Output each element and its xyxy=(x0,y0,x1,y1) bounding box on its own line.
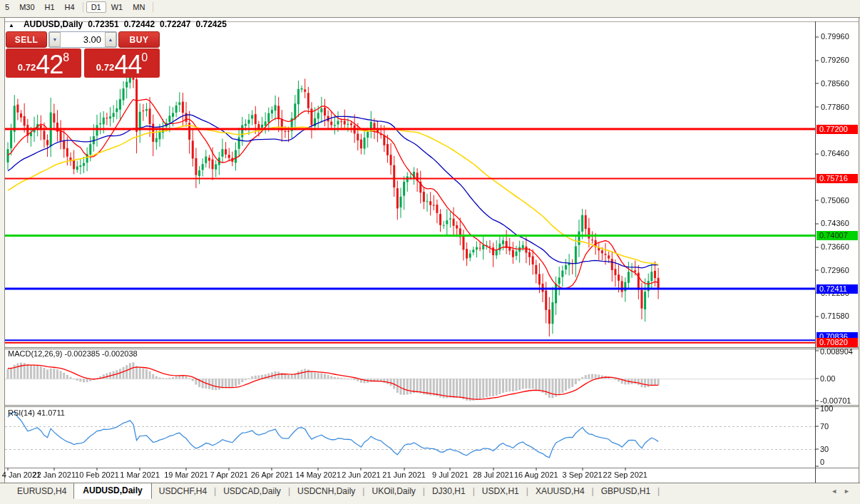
rsi-axis-tick-label: 100 xyxy=(820,404,833,413)
price-line-flag: 0.77200 xyxy=(817,125,858,134)
chart-symbol-label: AUDUSD,Daily xyxy=(24,19,83,29)
chart-tab-USDCAD[interactable]: USDCAD,Daily xyxy=(216,485,288,498)
date-axis-label: 22 Sep 2021 xyxy=(603,470,647,479)
price-axis-tick-label: 0.77860 xyxy=(821,103,849,111)
price-line-flag: 0.75716 xyxy=(817,174,858,183)
tab-scroll-right-icon[interactable]: ► xyxy=(844,488,850,495)
date-axis-label: 1 Mar 2021 xyxy=(120,470,160,479)
trading-terminal-window: 5M30H1H4D1W1MN ▲ AUDUSD,Daily 0.72351 0.… xyxy=(0,0,860,504)
date-axis-label: 19 Mar 2021 xyxy=(164,470,208,479)
buy-button[interactable]: BUY xyxy=(118,31,160,48)
rsi-axis-tick-label: 70 xyxy=(820,422,829,431)
chart-tab-AUDUSD[interactable]: AUDUSD,Daily xyxy=(73,483,151,499)
chart-tab-XAUUSD[interactable]: XAUUSD,H4 xyxy=(528,485,592,498)
chart-tab-USDX[interactable]: USDX,H1 xyxy=(475,485,526,498)
price-axis-tick-label: 0.71580 xyxy=(821,312,849,320)
price-axis-tick-label: 0.72960 xyxy=(821,266,849,274)
chart-high-value: 0.72442 xyxy=(124,19,155,29)
price-axis-tick-label: 0.79960 xyxy=(821,32,849,41)
tab-scroll-arrows: ◄► xyxy=(831,488,860,495)
date-axis-label: 16 Aug 2021 xyxy=(514,470,558,479)
buy-price-prefix: 0.72 xyxy=(96,62,114,73)
chart-tab-USDCHF[interactable]: USDCHF,H4 xyxy=(152,485,214,498)
chart-tab-bar: EURUSD,H4AUDUSD,DailyUSDCHF,H4|USDCAD,Da… xyxy=(0,483,860,499)
macd-axis-tick-label: 0.008904 xyxy=(820,347,853,356)
date-axis-label: 3 Sep 2021 xyxy=(562,470,602,479)
volume-decrease-button[interactable]: ▼ xyxy=(49,32,61,47)
date-axis-label: 21 Jun 2021 xyxy=(382,470,426,479)
volume-stepper: ▼ 3.00 ▲ xyxy=(48,31,117,48)
price-axis-tick-label: 0.74360 xyxy=(821,219,849,227)
sell-button[interactable]: SELL xyxy=(6,31,47,48)
chart-tab-GBPUSD[interactable]: GBPUSD,H1 xyxy=(594,485,657,498)
sell-price-prefix: 0.72 xyxy=(18,62,36,73)
chart-collapse-icon[interactable]: ▲ xyxy=(9,22,14,29)
sell-price-display[interactable]: 0.72428 xyxy=(6,48,81,78)
one-click-trading-panel: SELL ▼ 3.00 ▲ BUY 0.72428 0.72440 xyxy=(6,31,160,78)
rsi-axis-tick-label: 0 xyxy=(820,458,824,466)
buy-price-sup: 0 xyxy=(141,51,148,64)
chart-tab-USDCNH[interactable]: USDCNH,Daily xyxy=(290,485,362,498)
price-line-flag: 0.70820 xyxy=(817,338,858,347)
date-axis-label: 28 Jul 2021 xyxy=(473,470,513,479)
chart-open-value: 0.72351 xyxy=(88,19,118,29)
price-axis-tick-label: 0.78560 xyxy=(821,79,849,88)
price-axis-tick-label: 0.73660 xyxy=(821,242,849,251)
chart-low-value: 0.72247 xyxy=(160,19,190,29)
price-line-flag: 0.72411 xyxy=(817,284,858,294)
chart-close-value: 0.72425 xyxy=(195,19,226,29)
buy-price-display[interactable]: 0.72440 xyxy=(84,48,160,78)
date-axis-label: 22 Jan 2021 xyxy=(33,470,76,479)
chart-tab-EURUSD[interactable]: EURUSD,H4 xyxy=(10,485,73,498)
chart-title: ▲ AUDUSD,Daily 0.72351 0.72442 0.72247 0… xyxy=(9,19,227,29)
sell-price-big: 42 xyxy=(36,54,63,76)
sell-price-sup: 8 xyxy=(63,51,69,64)
volume-increase-button[interactable]: ▲ xyxy=(105,32,116,47)
rsi-indicator-label: RSI(14) 41.0711 xyxy=(8,408,65,417)
price-axis-tick-label: 0.75060 xyxy=(821,196,849,205)
macd-axis-tick-label: 0.00 xyxy=(820,374,835,383)
caret-up-icon: ▲ xyxy=(108,37,113,42)
chart-tab-DJ30[interactable]: DJ30,H1 xyxy=(425,485,473,498)
price-axis-tick-label: 0.79260 xyxy=(821,56,849,64)
date-axis-label: 26 Apr 2021 xyxy=(251,470,293,479)
date-axis-label: 9 Jul 2021 xyxy=(432,470,469,479)
date-axis-label: 10 Feb 2021 xyxy=(75,470,119,479)
tab-scroll-left-icon[interactable]: ◄ xyxy=(831,488,837,495)
chart-tab-UKOil[interactable]: UKOil,Daily xyxy=(364,485,422,498)
volume-input[interactable]: 3.00 xyxy=(61,32,105,47)
date-axis-label: 2 Jun 2021 xyxy=(342,470,380,479)
price-line-flag: 0.74007 xyxy=(817,231,858,240)
buy-price-big: 44 xyxy=(114,54,141,76)
date-axis-label: 7 Apr 2021 xyxy=(210,470,248,479)
rsi-axis-tick-label: 30 xyxy=(820,445,829,453)
date-axis-label: 14 May 2021 xyxy=(295,470,341,479)
macd-indicator-label: MACD(12,26,9) -0.002385 -0.002038 xyxy=(8,349,138,358)
tab-separator: | xyxy=(657,486,660,496)
caret-down-icon: ▼ xyxy=(53,37,58,42)
price-axis-tick-label: 0.76460 xyxy=(821,149,849,158)
